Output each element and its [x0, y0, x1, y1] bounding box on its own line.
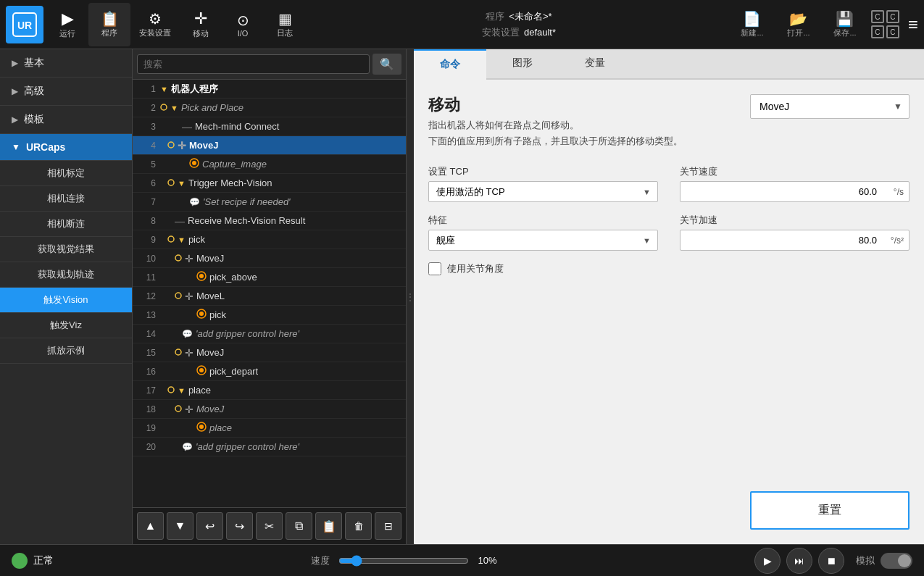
install-button[interactable]: ⚙ 安装设置 — [130, 3, 180, 46]
target2-icon — [196, 271, 207, 283]
joint-angle-checkbox[interactable] — [428, 262, 441, 275]
table-row[interactable]: 20 💬 'add gripper control here' — [133, 438, 406, 456]
svg-point-2 — [161, 104, 167, 110]
move-button[interactable]: ✛ 移动 — [180, 3, 222, 46]
right-panel: 命令 图形 变量 移动 指出机器人将如何在路点之间移动。 下面的值应用到所有子路… — [414, 49, 924, 544]
sidebar-sub-item-trigger-viz[interactable]: 触发Viz — [0, 313, 132, 338]
table-row[interactable]: 1 ▼ 机器人程序 — [133, 80, 406, 99]
fold-open4-icon: ▼ — [178, 386, 186, 395]
play-button[interactable]: ▶ — [754, 548, 781, 574]
template-arrow-icon: ▶ — [12, 114, 18, 125]
sidebar-sub-item-get-path[interactable]: 获取规划轨迹 — [0, 262, 132, 288]
table-row[interactable]: 18 ✛ MoveJ — [133, 400, 406, 419]
basic-label: 基本 — [24, 57, 44, 70]
search-button[interactable]: 🔍 — [372, 54, 401, 75]
log-button[interactable]: ▦ 日志 — [264, 3, 306, 46]
program-button[interactable]: 📋 程序 — [88, 3, 130, 46]
sidebar-item-advanced[interactable]: ▶ 高级 — [0, 78, 132, 106]
table-row[interactable]: 2 ▼ Pick and Place — [133, 99, 406, 117]
sidebar-sub-item-release[interactable]: 抓放示例 — [0, 338, 132, 364]
copy-button[interactable]: ⧉ — [286, 512, 312, 540]
move-down-button[interactable]: ▼ — [167, 512, 193, 540]
table-row[interactable]: 9 ▼ pick — [133, 230, 406, 249]
table-row[interactable]: 17 ▼ place — [133, 381, 406, 400]
split-handle[interactable]: ⋮ — [407, 49, 414, 544]
hamburger-menu[interactable]: ≡ — [908, 14, 918, 35]
tab-command[interactable]: 命令 — [414, 49, 486, 80]
joint-accel-input[interactable] — [680, 230, 910, 251]
file-actions: 📄 新建... 📂 打开... 💾 保存... — [732, 10, 865, 38]
save-button[interactable]: 💾 保存... — [825, 10, 865, 38]
table-row[interactable]: 6 ▼ Trigger Mech-Vision — [133, 174, 406, 193]
paste-button[interactable]: 📋 — [315, 512, 342, 540]
svg-point-11 — [175, 293, 181, 299]
table-row[interactable]: 3 — Mech-mind Connect — [133, 117, 406, 136]
tab-shape[interactable]: 图形 — [486, 49, 559, 80]
undo-button[interactable]: ↩ — [196, 512, 223, 540]
tcp-select[interactable]: 使用激活的 TCP — [428, 181, 658, 202]
program-label: 程序 — [101, 28, 117, 38]
delete-button[interactable]: 🗑 — [345, 512, 372, 540]
speed-slider[interactable] — [338, 555, 469, 567]
run-button[interactable]: ▶ 运行 — [46, 3, 88, 46]
row-text: Mech-mind Connect — [195, 121, 279, 132]
table-row[interactable]: 13 pick — [133, 306, 406, 325]
search-input[interactable] — [137, 54, 370, 74]
sidebar-item-template[interactable]: ▶ 模板 — [0, 106, 132, 134]
tab-variable[interactable]: 变量 — [559, 49, 631, 80]
stop-button[interactable]: ⏹ — [818, 548, 844, 574]
sidebar-sub-item-trigger-vision[interactable]: 触发Vision — [0, 288, 132, 313]
row-text: pick_above — [209, 272, 257, 283]
open-button[interactable]: 📂 打开... — [778, 10, 819, 38]
checkbox-row: 使用关节角度 — [428, 262, 910, 275]
joint-speed-input[interactable] — [680, 181, 910, 202]
cut-button[interactable]: ✂ — [256, 512, 283, 540]
row-text: MoveL — [196, 291, 225, 301]
redo-button[interactable]: ↪ — [226, 512, 253, 540]
sidebar: ▶ 基本 ▶ 高级 ▶ 模板 ▼ URCaps 相机标定 相机连接 相机断连 获… — [0, 49, 133, 544]
more-button[interactable]: ⊟ — [375, 512, 401, 540]
yellow-dot2-icon — [167, 140, 175, 151]
logo-button[interactable]: UR — [6, 6, 43, 43]
section-desc1: 指出机器人将如何在路点之间移动。 — [428, 119, 683, 132]
table-row[interactable]: 10 ✛ MoveJ — [133, 249, 406, 268]
feature-select[interactable]: 舰座 — [428, 230, 658, 251]
sidebar-item-urcaps[interactable]: ▼ URCaps — [0, 134, 132, 161]
sidebar-sub-item-camera-cal[interactable]: 相机标定 — [0, 161, 132, 186]
sidebar-item-basic[interactable]: ▶ 基本 — [0, 49, 132, 78]
new-button[interactable]: 📄 新建... — [732, 10, 773, 38]
move-type-select[interactable]: MoveJ MoveL MoveP — [750, 94, 910, 119]
status-text: 正常 — [33, 554, 54, 567]
row-text: 'add gripper control here' — [196, 441, 299, 452]
table-row[interactable]: 8 — Receive Mech-Vision Result — [133, 212, 406, 230]
bottom-toolbar: ▲ ▼ ↩ ↪ ✂ ⧉ 📋 🗑 ⊟ — [133, 507, 406, 544]
skip-button[interactable]: ⏭ — [786, 548, 812, 574]
sim-toggle[interactable] — [881, 553, 912, 569]
row-num: 3 — [136, 122, 156, 132]
save-label: 保存... — [833, 28, 856, 38]
table-row[interactable]: 4 ✛ MoveJ — [133, 136, 406, 155]
fold-open-icon: ▼ — [170, 104, 178, 112]
install-label: 安装设置 — [139, 28, 171, 38]
reset-button[interactable]: 重置 — [750, 491, 910, 530]
table-row[interactable]: 12 ✛ MoveL — [133, 287, 406, 306]
row-num: 10 — [136, 254, 156, 264]
table-row[interactable]: 11 pick_above — [133, 268, 406, 287]
joint-accel-label: 关节加速 — [680, 214, 910, 227]
table-row[interactable]: 15 ✛ MoveJ — [133, 343, 406, 362]
svg-text:UR: UR — [17, 20, 32, 31]
sidebar-sub-item-camera-conn[interactable]: 相机连接 — [0, 186, 132, 212]
sidebar-sub-item-get-vision[interactable]: 获取视觉结果 — [0, 237, 132, 262]
io-button[interactable]: ⊙ I/O — [222, 3, 264, 46]
sidebar-sub-item-camera-disc[interactable]: 相机断连 — [0, 212, 132, 237]
table-row[interactable]: 19 place — [133, 419, 406, 438]
table-row[interactable]: 16 pick_depart — [133, 362, 406, 381]
move-up-button[interactable]: ▲ — [137, 512, 164, 540]
table-row[interactable]: 5 Capture_image — [133, 155, 406, 174]
table-row[interactable]: 7 💬 'Set recipe if needed' — [133, 193, 406, 212]
table-row[interactable]: 14 💬 'add gripper control here' — [133, 325, 406, 343]
joint-angle-label: 使用关节角度 — [447, 262, 504, 275]
yellow-dot7-icon — [175, 347, 182, 358]
row-text: place — [209, 422, 232, 433]
row-num: 12 — [136, 291, 156, 301]
